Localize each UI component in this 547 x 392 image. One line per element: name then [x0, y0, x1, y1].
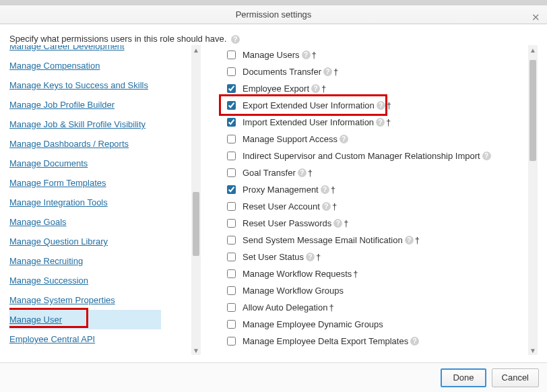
category-link[interactable]: Manage Recruiting — [9, 251, 210, 271]
permission-checkbox[interactable] — [227, 67, 236, 76]
category-item[interactable]: Manage Succession — [9, 271, 210, 290]
category-link[interactable]: Manage Question Library — [9, 232, 210, 251]
cancel-button[interactable]: Cancel — [492, 368, 539, 387]
category-link[interactable]: Manage Integration Tools — [9, 193, 210, 212]
category-link[interactable]: Manage Compensation — [9, 56, 210, 75]
category-link[interactable]: Manage User — [9, 310, 161, 329]
category-item[interactable]: Manage Career Development — [9, 45, 210, 56]
dagger-icon: † — [353, 269, 358, 279]
permission-label: Set User Status — [243, 252, 304, 262]
permission-label: Send System Message Email Notification — [243, 235, 403, 245]
permission-label: Indirect Supervisor and Custom Manager R… — [243, 151, 480, 161]
permission-checkbox[interactable] — [227, 168, 236, 177]
help-icon[interactable]: ? — [376, 118, 385, 127]
permission-row: Goal Transfer?† — [227, 164, 538, 181]
permission-row: Reset User Account?† — [227, 198, 538, 215]
category-link[interactable]: Manage Documents — [9, 154, 210, 173]
category-item[interactable]: Manage Compensation — [9, 56, 210, 75]
permission-row: Manage Support Access? — [227, 131, 538, 148]
dialog-header: Permission settings ✕ — [0, 5, 547, 24]
category-link[interactable]: Manage Form Templates — [9, 173, 210, 193]
category-link[interactable]: Manage Job Profile Builder — [9, 95, 210, 115]
category-item[interactable]: Manage Documents — [9, 154, 210, 173]
category-item[interactable]: Manage Job Profile Builder — [9, 95, 210, 115]
dagger-icon: † — [415, 235, 420, 245]
dagger-icon: † — [344, 218, 348, 228]
category-item[interactable]: Manage Job & Skill Profile Visibility — [9, 115, 210, 134]
dagger-icon: † — [312, 50, 317, 60]
category-list: Manage Career DevelopmentManage Compensa… — [9, 45, 210, 349]
help-icon[interactable]: ? — [333, 219, 342, 228]
permission-checkbox[interactable] — [227, 320, 236, 329]
category-item[interactable]: Manage Goals — [9, 212, 210, 232]
scroll-down-icon[interactable]: ▼ — [528, 346, 538, 355]
permission-checkbox[interactable] — [227, 84, 236, 93]
help-icon[interactable]: ? — [321, 185, 329, 194]
permissions-list: Manage Users?†Documents Transfer?†Employ… — [227, 45, 538, 350]
permission-checkbox[interactable] — [227, 202, 236, 211]
permission-checkbox[interactable] — [227, 236, 236, 244]
permission-label: Manage Support Access — [243, 134, 337, 144]
category-link[interactable]: Manage Job & Skill Profile Visibility — [9, 115, 210, 134]
help-icon[interactable]: ? — [340, 135, 348, 143]
permission-checkbox[interactable] — [227, 303, 236, 312]
permission-checkbox[interactable] — [227, 269, 236, 278]
right-scrollbar[interactable]: ▲ ▼ — [528, 45, 538, 355]
permission-checkbox[interactable] — [227, 337, 236, 346]
category-link[interactable]: Employee Central API — [9, 329, 210, 349]
category-item[interactable]: Manage Question Library — [9, 232, 210, 251]
scroll-up-icon[interactable]: ▲ — [528, 45, 538, 55]
permission-checkbox[interactable] — [227, 185, 236, 194]
help-icon[interactable]: ? — [306, 253, 315, 261]
permission-checkbox[interactable] — [227, 286, 236, 295]
category-link[interactable]: Manage Succession — [9, 271, 210, 290]
category-item[interactable]: Manage Integration Tools — [9, 193, 210, 212]
help-icon[interactable]: ? — [311, 84, 320, 93]
help-icon[interactable]: ? — [298, 168, 307, 177]
permission-checkbox[interactable] — [227, 51, 236, 59]
close-icon[interactable]: ✕ — [529, 8, 542, 20]
help-icon[interactable]: ? — [405, 236, 414, 244]
help-icon[interactable]: ? — [323, 67, 332, 76]
category-link[interactable]: Manage Keys to Success and Skills — [9, 75, 210, 95]
help-icon[interactable]: ? — [302, 51, 311, 59]
category-item[interactable]: Manage Dashboards / Reports — [9, 134, 210, 154]
category-link[interactable]: Manage Dashboards / Reports — [9, 134, 210, 154]
dagger-icon: † — [386, 117, 391, 127]
help-icon[interactable]: ? — [231, 35, 240, 44]
category-item[interactable]: Manage Keys to Success and Skills — [9, 75, 210, 95]
category-item[interactable]: Manage Recruiting — [9, 251, 210, 271]
permission-label: Manage Users — [243, 50, 300, 60]
permission-row: Export Extended User Information?† — [227, 97, 538, 114]
permission-checkbox[interactable] — [227, 135, 236, 143]
category-link[interactable]: Manage Career Development — [9, 45, 210, 56]
category-panel: Manage Career DevelopmentManage Compensa… — [9, 45, 210, 355]
scroll-down-icon[interactable]: ▼ — [191, 346, 201, 355]
permission-checkbox[interactable] — [227, 152, 236, 160]
category-link[interactable]: Manage Goals — [9, 212, 210, 232]
help-icon[interactable]: ? — [322, 202, 331, 211]
scroll-thumb[interactable] — [529, 60, 536, 161]
help-icon[interactable]: ? — [377, 101, 385, 110]
done-button[interactable]: Done — [441, 368, 486, 387]
scroll-thumb[interactable] — [193, 192, 199, 256]
permission-checkbox[interactable] — [227, 101, 236, 110]
permission-label: Reset User Account — [243, 201, 320, 211]
dialog-title: Permission settings — [236, 9, 312, 20]
help-icon[interactable]: ? — [482, 152, 491, 160]
permission-row: Manage Workflow Groups — [227, 282, 538, 299]
category-item[interactable]: Manage Form Templates — [9, 173, 210, 193]
category-item[interactable]: Employee Central API — [9, 329, 210, 349]
category-item[interactable]: Manage User — [9, 310, 161, 329]
left-scrollbar[interactable]: ▲ ▼ — [191, 45, 201, 355]
columns: Manage Career DevelopmentManage Compensa… — [9, 45, 538, 355]
scroll-up-icon[interactable]: ▲ — [191, 45, 201, 55]
permission-checkbox[interactable] — [227, 253, 236, 261]
permission-label: Allow Auto Delegation — [243, 302, 327, 313]
permission-checkbox[interactable] — [227, 118, 236, 127]
category-item[interactable]: Manage System Properties — [9, 290, 210, 310]
category-link[interactable]: Manage System Properties — [9, 290, 210, 310]
help-icon[interactable]: ? — [410, 337, 419, 346]
permission-checkbox[interactable] — [227, 219, 236, 228]
permission-row: Manage Users?† — [227, 46, 538, 63]
